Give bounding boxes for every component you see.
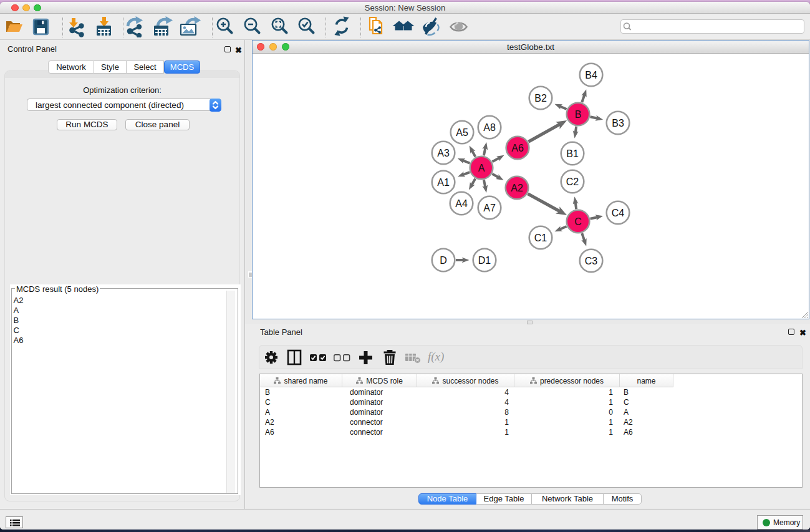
svg-text:C4: C4 <box>612 208 625 218</box>
svg-text:A3: A3 <box>437 148 450 158</box>
svg-text:B4: B4 <box>585 70 597 80</box>
svg-text:A6: A6 <box>511 143 524 153</box>
svg-text:C1: C1 <box>534 233 547 243</box>
svg-text:C: C <box>574 216 582 227</box>
svg-text:C2: C2 <box>566 177 579 187</box>
svg-text:A8: A8 <box>483 122 496 133</box>
svg-text:A1: A1 <box>437 177 450 188</box>
svg-text:B1: B1 <box>566 148 579 159</box>
svg-text:A7: A7 <box>483 203 496 213</box>
svg-text:C3: C3 <box>585 256 598 266</box>
svg-text:A: A <box>478 163 485 173</box>
svg-text:A4: A4 <box>455 198 468 209</box>
svg-text:B3: B3 <box>612 118 624 128</box>
svg-text:D: D <box>440 255 447 266</box>
svg-text:B2: B2 <box>534 93 547 104</box>
svg-text:A5: A5 <box>456 127 468 138</box>
svg-text:A2: A2 <box>511 183 523 193</box>
svg-text:D1: D1 <box>478 255 491 266</box>
svg-text:B: B <box>575 109 582 120</box>
